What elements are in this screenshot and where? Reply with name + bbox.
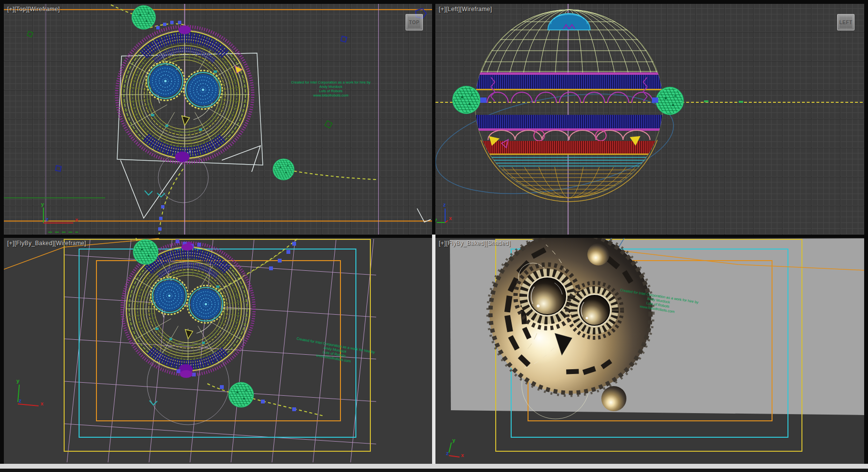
dome-cap [548,14,590,30]
axis-tripod: y z x [446,437,464,458]
glossy-sphere-small [587,243,610,265]
sphere-ship-wireframe [475,10,663,202]
credit-text: Created for Intel Corporation as a work … [283,80,379,97]
viewport-grid: y x z [+][Top][Wireframe] TOP Created fo… [0,0,868,472]
window-bottom-edge [0,469,868,472]
viewport-label-flyby-shaded[interactable]: [+][FlyBy_Baked][Shaded] [439,240,511,247]
viewport-flyby-wireframe[interactable]: y z x [+][FlyBy_Baked][Wireframe] Create… [4,238,432,464]
svg-text:y: y [452,437,456,443]
svg-text:x: x [75,217,79,222]
viewport-splitter-vertical-top[interactable] [432,0,435,235]
viewcube-top-button[interactable]: TOP [406,14,423,30]
viewport-flyby-shaded[interactable]: y z x [+][FlyBy_Baked][Shaded] Created f… [435,238,864,464]
svg-text:x: x [41,401,44,406]
viewport-splitter-horizontal-right[interactable] [435,235,868,238]
axis-tripod: y z x [16,378,44,406]
svg-text:y: y [41,201,44,207]
scene-art-left-view: z y x [435,4,864,235]
viewport-label-top[interactable]: [+][Top][Wireframe] [7,6,60,13]
axis-tripod: y x z [41,201,79,223]
svg-text:x: x [461,452,464,458]
glossy-sphere-small [601,386,626,411]
svg-text:z: z [443,202,446,208]
scene-art-flyby-shaded: y z x [435,238,864,464]
scene-art-top-view: y x z [4,4,432,235]
viewcube-left-button[interactable]: LEFT [837,14,854,30]
svg-text:x: x [449,215,452,221]
svg-text:y: y [16,378,20,384]
viewport-splitter-horizontal-left[interactable] [0,235,432,238]
viewport-splitter-vertical-bottom[interactable] [432,235,435,464]
viewport-label-left[interactable]: [+][Left][Wireframe] [439,6,492,13]
svg-text:z: z [446,450,449,456]
window-bottom-strip [0,464,868,469]
viewport-top[interactable]: y x z [+][Top][Wireframe] TOP Created fo… [4,4,432,235]
svg-text:y: y [435,217,437,222]
svg-text:z: z [19,398,22,403]
viewport-left[interactable]: z y x [+][Left][Wireframe] LEFT [435,4,864,235]
svg-text:z: z [46,216,49,222]
axis-tripod: z y x [435,202,452,222]
viewport-label-flyby-wireframe[interactable]: [+][FlyBy_Baked][Wireframe] [7,240,86,247]
